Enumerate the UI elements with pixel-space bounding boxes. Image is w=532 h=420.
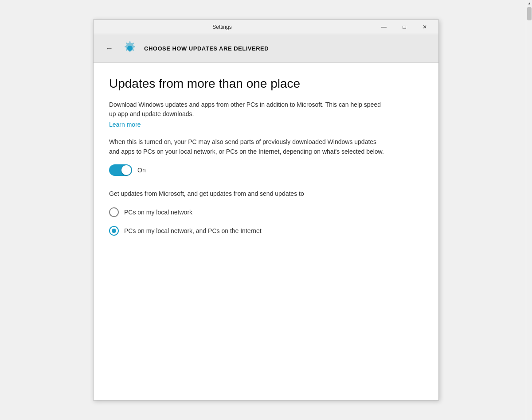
radio-label-local: PCs on my local network [124,209,192,216]
radio-group: PCs on my local network PCs on my local … [109,207,425,236]
radio-item-local[interactable]: PCs on my local network [109,207,425,217]
updates-toggle[interactable] [109,164,132,176]
radio-circle-local [109,207,119,217]
toggle-knob [121,165,131,175]
maximize-button[interactable]: □ [394,20,415,34]
radio-label-internet: PCs on my local network, and PCs on the … [124,227,262,234]
minimize-button[interactable]: — [374,20,394,34]
close-button[interactable]: ✕ [415,20,435,34]
warning-text: When this is turned on, your PC may also… [109,137,384,157]
back-button[interactable]: ← [102,43,116,54]
toggle-label: On [137,167,146,174]
get-updates-text: Get updates from Microsoft, and get upda… [109,189,384,198]
toggle-row: On [109,164,425,176]
page-header: ← CHOOSE HOW UPDATES ARE DELIVERED [94,34,438,63]
description-text: Download Windows updates and apps from o… [109,100,384,119]
learn-more-link[interactable]: Learn more [109,121,141,128]
page-title: CHOOSE HOW UPDATES ARE DELIVERED [144,45,269,52]
gear-icon [122,40,138,56]
section-heading: Updates from more than one place [109,76,425,91]
main-content: Updates from more than one place Downloa… [94,63,438,400]
radio-circle-internet [109,226,119,236]
settings-window: Settings — □ ✕ ← CHOOSE HOW UPDATES ARE … [93,19,439,401]
window-controls: — □ ✕ [374,20,435,34]
window-title: Settings [70,24,374,30]
radio-item-internet[interactable]: PCs on my local network, and PCs on the … [109,226,425,236]
title-bar: Settings — □ ✕ [94,20,438,34]
